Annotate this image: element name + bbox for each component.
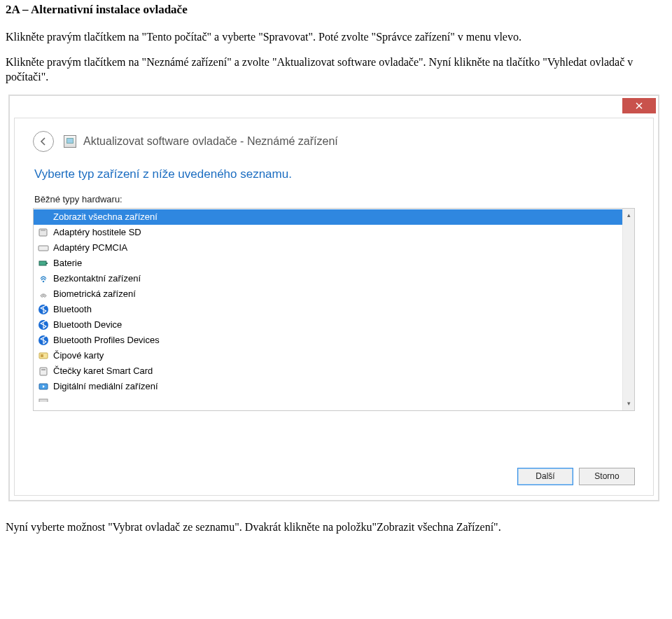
list-item-label: Bluetooth Profiles Devices (53, 335, 160, 345)
svg-rect-2 (38, 246, 48, 251)
list-item[interactable]: Zobrazit všechna zařízení (34, 209, 622, 225)
list-item-label: Bluetooth (53, 304, 92, 314)
list-item[interactable]: Adaptéry PCMCIA (34, 240, 622, 256)
titlebar (12, 98, 656, 118)
card-reader-icon (38, 366, 49, 377)
list-item-label: Čipové karty (53, 350, 104, 361)
list-item-label: Bezkontaktní zařízení (53, 273, 141, 284)
svg-rect-11 (40, 368, 47, 375)
svg-point-5 (43, 280, 45, 282)
close-button[interactable] (622, 98, 656, 113)
next-button[interactable]: Další (517, 468, 573, 485)
list-item-label: Baterie (53, 258, 82, 268)
list-item[interactable]: Bluetooth Device (34, 317, 622, 333)
bluetooth-icon (38, 304, 49, 315)
list-item-label: Digitální mediální zařízení (53, 381, 158, 391)
list-item[interactable]: Adaptéry hostitele SD (34, 225, 622, 240)
list-item-label: Zobrazit všechna zařízení (53, 211, 158, 222)
list-item-label: Adaptéry PCMCIA (53, 242, 127, 253)
scroll-up-button[interactable]: ▴ (624, 210, 634, 221)
svg-rect-12 (41, 369, 46, 370)
back-button[interactable] (33, 131, 54, 152)
chip-card-icon (38, 350, 49, 361)
pcmcia-icon (38, 242, 49, 253)
list-item-label: Bluetooth Device (53, 319, 122, 330)
media-device-icon (38, 381, 49, 392)
svg-rect-4 (46, 263, 48, 264)
cancel-button[interactable]: Storno (579, 468, 635, 485)
list-item[interactable]: Digitální mediální zařízení (34, 379, 622, 394)
fingerprint-icon (38, 288, 49, 300)
blank-icon (38, 211, 49, 223)
list-item[interactable]: Čipové karty (34, 348, 622, 363)
dialog-body: Aktualizovat software ovladače - Neznámé… (14, 118, 654, 496)
bluetooth-icon (38, 335, 49, 346)
list-item-label: Biometrická zařízení (53, 288, 136, 299)
scroll-down-button[interactable]: ▾ (624, 398, 634, 409)
svg-rect-10 (41, 354, 43, 357)
list-item-label: Čtečky karet Smart Card (53, 366, 153, 376)
list-item[interactable]: Biometrická zařízení (34, 286, 622, 302)
wizard-dialog: Aktualizovat software ovladače - Neznámé… (8, 95, 659, 501)
scrollbar[interactable]: ▴ ▾ (622, 209, 634, 410)
arrow-left-icon (38, 137, 48, 146)
svg-rect-3 (39, 261, 46, 265)
article-footer: Nyní vyberte možnost "Vybrat ovladač ze … (6, 520, 666, 535)
hardware-type-list[interactable]: Zobrazit všechna zařízení Adaptéry hosti… (33, 208, 635, 411)
device-icon (64, 135, 76, 148)
list-item[interactable]: Bezkontaktní zařízení (34, 271, 622, 286)
article-paragraph-2: Klikněte pravým tlačítkem na "Neznámé za… (6, 55, 666, 85)
dialog-header: Aktualizovat software ovladače - Neznámé… (33, 131, 635, 152)
svg-rect-15 (39, 399, 48, 405)
list-item[interactable]: Bluetooth Profiles Devices (34, 333, 622, 348)
contactless-icon (38, 273, 49, 284)
dialog-title: Aktualizovat software ovladače - Neznámé… (83, 135, 338, 148)
list-item-partial[interactable] (34, 394, 622, 410)
generic-icon (38, 396, 49, 408)
list-item[interactable]: Baterie (34, 256, 622, 271)
article-paragraph-1: Klikněte pravým tlačítkem na "Tento počí… (6, 29, 666, 45)
article-heading: 2A – Alternativní instalace ovladače (6, 3, 666, 17)
battery-icon (38, 258, 49, 269)
list-items: Zobrazit všechna zařízení Adaptéry hosti… (34, 209, 622, 410)
list-item-label: Adaptéry hostitele SD (53, 227, 141, 237)
sd-card-icon (38, 227, 49, 238)
list-item[interactable]: Bluetooth (34, 302, 622, 317)
instruction-text: Vyberte typ zařízení z níže uvedeného se… (34, 167, 635, 181)
list-item[interactable]: Čtečky karet Smart Card (34, 363, 622, 379)
bluetooth-icon (38, 319, 49, 331)
list-label: Běžné typy hardwaru: (34, 194, 635, 204)
svg-rect-1 (41, 229, 46, 231)
close-icon (636, 102, 643, 109)
dialog-buttons: Další Storno (33, 454, 635, 485)
